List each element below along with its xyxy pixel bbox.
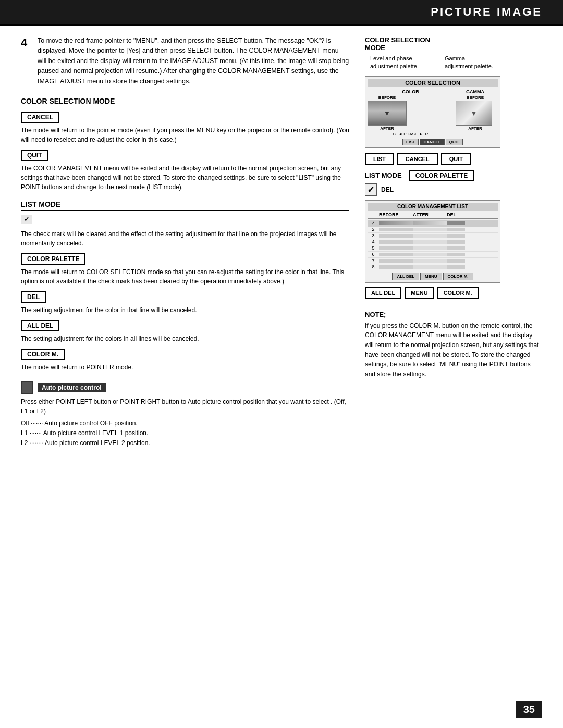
gamma-label-text: Gamma bbox=[445, 55, 493, 63]
cs-after-label: AFTER bbox=[368, 126, 407, 131]
list-mode-diagram: COLOR MANAGEMENT LIST BEFORE AFTER DEL ✓… bbox=[365, 200, 500, 283]
lm-row-5: 5 bbox=[368, 245, 498, 252]
all-del-main-btn: ALL DEL bbox=[365, 287, 401, 299]
lm-check-arrow: ✓ bbox=[365, 183, 377, 196]
lm-after-swatch-2 bbox=[413, 228, 447, 231]
lm-before-swatch-1 bbox=[379, 221, 413, 225]
step-number: 4 bbox=[21, 36, 31, 87]
lm-num-8: 8 bbox=[368, 264, 379, 269]
lm-after-swatch-7 bbox=[413, 259, 447, 263]
cs-gamma-after: AFTER bbox=[456, 126, 495, 131]
right-column: COLOR SELECTION MODE Level and phase adj… bbox=[365, 36, 542, 449]
cs-gamma-panel: GAMMA BEFORE ▼ AFTER bbox=[456, 89, 495, 137]
lm-row-inner-1: ✓ bbox=[368, 220, 498, 227]
color-palette-description: The mode will return to COLOR SELECTION … bbox=[21, 267, 349, 286]
cs-diagram-title: COLOR SELECTION bbox=[368, 79, 498, 87]
list-item: Off ······· Auto picture control OFF pos… bbox=[21, 418, 349, 428]
check-icon: ✓ bbox=[21, 215, 32, 224]
gamma-label: Gamma adjustment palette. bbox=[445, 55, 493, 71]
cs-r-label: R bbox=[425, 132, 428, 137]
cs-gamma-boxes: BEFORE ▼ AFTER bbox=[456, 95, 495, 131]
color-palette-badge: COLOR PALETTE bbox=[21, 253, 85, 265]
lm-before-swatch-6 bbox=[379, 253, 413, 256]
cs-phase-row: G ◄ PHASE ► R bbox=[368, 132, 454, 137]
lm-after-swatch-3 bbox=[413, 234, 447, 238]
color-selection-diagram: COLOR SELECTION COLOR BEFORE ▼ AFTER bbox=[365, 76, 500, 148]
page-header: PICTURE IMAGE bbox=[0, 0, 563, 26]
lm-del-swatch-7 bbox=[447, 259, 465, 263]
right-cs-subheading-text: MODE bbox=[365, 44, 385, 52]
lm-color-m-btn: COLOR M. bbox=[443, 273, 473, 280]
lm-row-8: 8 bbox=[368, 264, 498, 270]
cs-color-panel: COLOR BEFORE ▼ AFTER G ◄ PHASE ► bbox=[368, 89, 454, 137]
lm-num-4: 4 bbox=[368, 239, 379, 244]
lm-del-swatch-1 bbox=[447, 221, 465, 225]
list-item: L2 ········ Auto picture control LEVEL 2… bbox=[21, 438, 349, 448]
cancel-badge: CANCEL bbox=[21, 112, 59, 123]
lm-all-del-btn: ALL DEL bbox=[392, 273, 419, 280]
cancel-description: The mode will return to the pointer mode… bbox=[21, 126, 349, 144]
lm-del-swatch-6 bbox=[447, 253, 465, 256]
auto-picture-list: Off ······· Auto picture control OFF pos… bbox=[21, 418, 349, 449]
check-mark-icon-box: ✓ bbox=[21, 215, 349, 227]
lm-del-swatch-3 bbox=[447, 234, 465, 238]
cancel-main-btn: CANCEL bbox=[397, 153, 438, 165]
lm-del-swatch-5 bbox=[447, 246, 465, 250]
cs-g-label: G bbox=[393, 132, 396, 137]
page-title: PICTURE IMAGE bbox=[431, 5, 542, 18]
step-4-intro: 4 To move the red frame pointer to "MENU… bbox=[21, 36, 349, 87]
lm-num-2: 2 bbox=[368, 227, 379, 232]
cs-before-panel: BEFORE ▼ AFTER bbox=[368, 95, 407, 131]
color-m-main-btn: COLOR M. bbox=[437, 287, 479, 299]
cs-gamma-box: ▼ bbox=[456, 101, 492, 126]
quit-badge: QUIT bbox=[21, 150, 48, 161]
lm-row-6: 6 bbox=[368, 252, 498, 258]
main-content: 4 To move the red frame pointer to "MENU… bbox=[0, 26, 563, 459]
color-m-description: The mode will return to POINTER mode. bbox=[21, 363, 349, 372]
lm-column-headers: BEFORE AFTER DEL bbox=[368, 212, 498, 219]
right-cs-heading-text: COLOR SELECTION bbox=[365, 36, 430, 44]
list-main-btn: LIST bbox=[365, 153, 394, 165]
level-sublabel-text: adjustment palette. bbox=[370, 63, 419, 70]
list-item: L1 ······· Auto picture control LEVEL 1 … bbox=[21, 428, 349, 438]
cs-before-box: ▼ bbox=[368, 101, 407, 126]
lm-row-7: 7 bbox=[368, 258, 498, 264]
auto-picture-label: Auto picture control bbox=[38, 383, 106, 392]
all-del-description: The setting adjustment for the colors in… bbox=[21, 334, 349, 343]
menu-main-btn: MENU bbox=[405, 287, 434, 299]
color-m-badge: COLOR M. bbox=[21, 349, 65, 360]
lm-before-swatch-4 bbox=[379, 240, 413, 244]
list-mode-heading: LIST MODE bbox=[21, 200, 349, 211]
lm-num-3: 3 bbox=[368, 233, 379, 238]
lm-del-swatch-8 bbox=[447, 265, 465, 269]
cs-main-buttons: LIST CANCEL QUIT bbox=[365, 153, 542, 165]
lm-row-1: ✓ bbox=[368, 220, 498, 227]
cs-diagram-body: COLOR BEFORE ▼ AFTER G ◄ PHASE ► bbox=[368, 89, 498, 137]
lm-before-swatch-2 bbox=[379, 228, 413, 231]
lm-del-swatch-2 bbox=[447, 228, 465, 231]
cs-phase-label: ◄ PHASE ► bbox=[398, 132, 423, 137]
cs-col-headers: COLOR bbox=[368, 89, 454, 94]
page-number: 35 bbox=[516, 701, 542, 718]
lm-num-5: 5 bbox=[368, 245, 379, 251]
cs-cancel-btn: CANCEL bbox=[420, 139, 444, 145]
step-4-text: To move the red frame pointer to "MENU",… bbox=[38, 36, 349, 87]
gamma-sublabel-text: adjustment palette. bbox=[445, 63, 493, 70]
note-heading: NOTE; bbox=[365, 311, 542, 318]
cs-col1: COLOR bbox=[402, 89, 419, 94]
lm-del-row: ✓ DEL bbox=[365, 183, 542, 196]
palette-labels: Level and phase adjustment palette. Gamm… bbox=[370, 55, 542, 71]
level-label: Level and phase adjustment palette. bbox=[370, 55, 419, 71]
lm-del-col: DEL bbox=[447, 212, 468, 217]
lm-before-swatch-8 bbox=[379, 265, 413, 269]
lm-del-label-right: DEL bbox=[381, 186, 394, 193]
auto-picture-header: Auto picture control bbox=[21, 381, 349, 394]
cs-quit-btn: QUIT bbox=[446, 139, 463, 145]
cs-before-label: BEFORE bbox=[368, 95, 407, 100]
auto-picture-section: Auto picture control Press either POINT … bbox=[21, 381, 349, 449]
lm-num-6: 6 bbox=[368, 252, 379, 257]
lm-after-col: AFTER bbox=[413, 212, 447, 217]
del-description: The setting adjustment for the color in … bbox=[21, 305, 349, 315]
lm-after-swatch-1 bbox=[413, 221, 447, 225]
lm-after-swatch-8 bbox=[413, 265, 447, 269]
